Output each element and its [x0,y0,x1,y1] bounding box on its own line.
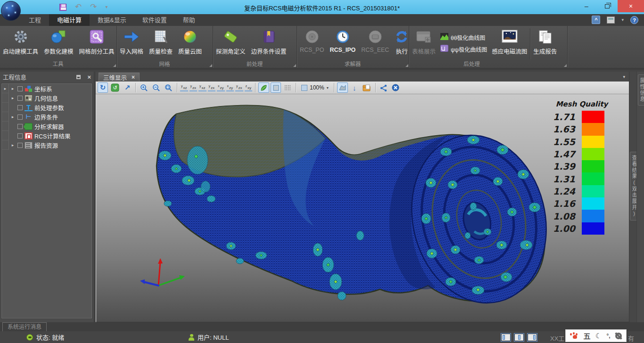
zoom-combo-icon [301,85,307,91]
legend-swatch [582,172,604,185]
axis-view-button-3[interactable]: yxz [198,84,206,91]
launch-modeler-button[interactable]: 启动建模工具 [0,27,41,61]
3d-viewport-canvas[interactable]: Mesh Quality 1.71 1.63 1.55 1.47 1.39 1.… [96,94,629,322]
group-expand-icon[interactable] [113,64,116,67]
ime-punctuation-button[interactable]: °, [606,333,610,339]
sidebar-tab-properties[interactable]: 属性信息 [638,74,644,106]
menu-tab-settings[interactable]: 软件设置 [134,14,175,26]
ime-logo-paw-icon[interactable] [570,332,578,340]
menu-tab-data-display[interactable]: 数据&显示 [90,14,134,26]
axis-view-button-8[interactable]: zxy [245,84,253,91]
import-arrow-icon [124,28,140,45]
checkbox[interactable] [17,96,23,101]
quality-check-button[interactable]: 质量检查 [146,27,175,61]
solver-disc-icon [305,28,319,45]
gear-icon [13,28,28,45]
menu-tab-em-compute[interactable]: 电磁计算 [49,14,90,26]
system-messages-tab[interactable]: 系统运行消息 [2,322,47,331]
reset-view-button[interactable]: ↺ [109,82,121,93]
import-mesh-button[interactable]: 导入网格 [117,27,146,61]
zoom-fit-button[interactable] [163,82,174,93]
solver-port-icon [368,28,382,45]
axis-view-button-7[interactable]: yzx [235,84,243,91]
snapshot-folder-button[interactable] [361,82,372,93]
tree-item-preprocess-params[interactable]: T 前处理参数 [2,103,91,112]
zoom-in-button[interactable] [139,82,149,93]
collapse-ribbon-icon[interactable]: ^ [592,16,600,24]
legend-row: 1.55 [551,136,613,148]
status-bar: 状态: 就绪 用户: NULL XX工 有 五 ☾ °, [0,331,644,343]
quality-cloud-button[interactable]: 质量云图 [175,27,205,61]
zoom-level-combo[interactable]: 100% ▾ [299,82,331,93]
tree-item-rcs-results[interactable]: RCS计算结果 [2,131,91,140]
tree-item-boundary-conditions[interactable]: ▸ ⊢ 边界条件 [2,112,91,122]
skin-dropdown-icon[interactable]: ▾ [621,17,624,22]
tree-item-coordinate-system[interactable]: ▸▸ 坐标系 [2,84,91,93]
share-link-button[interactable] [379,82,389,93]
pin-icon[interactable] [76,75,81,79]
axis-view-button-2[interactable]: yzx [190,84,198,91]
close-button[interactable]: × [618,0,644,12]
group-expand-icon[interactable] [209,64,212,67]
viewport-tab-3d-display[interactable]: 三维显示 × [99,73,140,82]
param-modeling-button[interactable]: 参数化建模 [41,27,76,61]
axis-view-button-1[interactable]: yxz [180,84,188,91]
restore-icon [605,4,610,8]
ime-mode-button[interactable]: 五 [583,331,590,341]
zoom-out-button[interactable] [151,82,162,93]
minimize-button[interactable]: – [576,0,597,12]
tree-item-report-resources[interactable]: ▸ 报告资源 [2,140,91,150]
shaded-mode-button[interactable] [258,82,269,93]
probe-angle-button[interactable]: 探测角定义 [213,27,248,61]
axis-view-button-6[interactable]: xzy [226,84,234,91]
rcs-ipo-button[interactable]: RCS_IPO [327,27,358,61]
axis-view-button-5[interactable]: xzy [217,84,225,91]
save-view-down-button[interactable]: ↓ [349,82,360,93]
tree-item-analysis-solver[interactable]: 分析求解器 [2,122,91,131]
restore-button[interactable] [597,0,618,12]
rcs-po-button[interactable]: RCS_PO [297,27,327,61]
table-show-button[interactable]: 表格展示 [409,27,438,61]
group-expand-icon[interactable] [293,64,296,67]
photo-icon [501,28,518,45]
3d-model[interactable] [96,94,629,322]
status-dot-icon [26,334,33,341]
checkbox[interactable] [17,133,23,139]
tree-item-geometry-info[interactable]: ▸ 几何信息 [2,93,91,103]
fit-screen-button[interactable] [337,82,348,93]
checkbox[interactable] [17,105,23,110]
generate-report-button[interactable]: 生成报告 [530,27,560,61]
layout-middle-icon[interactable] [514,334,524,341]
wireframe-mode-button[interactable] [282,82,293,93]
mesh-tool-button[interactable]: 网格剖分工具 [76,27,117,61]
pan-view-button[interactable]: ↗ [122,82,132,93]
checkbox[interactable] [17,86,23,91]
group-expand-icon[interactable] [564,64,567,67]
ime-settings-gear-icon[interactable] [615,333,622,339]
rcs-eec-button[interactable]: RCS_EEC [358,27,392,61]
menu-tab-project[interactable]: 工程 [21,14,49,26]
checkbox[interactable] [17,143,23,148]
surface-mode-button[interactable] [271,82,281,93]
induced-current-button[interactable]: 感应电磁流图 [489,27,530,61]
group-expand-icon[interactable] [405,64,408,67]
ime-fullhalf-moon-icon[interactable]: ☾ [595,332,602,340]
tab-overflow-icon[interactable]: ▾ [623,74,625,79]
mesh-wrench-icon [89,28,104,45]
checkbox[interactable] [17,114,23,120]
boundary-setting-button[interactable]: 边界条件设置 [248,27,289,61]
skin-style-icon[interactable] [607,16,615,24]
theta-curve-button[interactable]: θθ极化曲线图 [440,33,487,42]
panel-close-icon[interactable]: × [87,74,91,81]
layout-right-icon[interactable] [528,334,537,341]
menu-tab-help[interactable]: 帮助 [175,14,203,26]
layout-left-icon[interactable] [501,334,511,341]
rotate-view-button[interactable]: ↻ [98,82,108,93]
psi-curve-button[interactable]: ψψ极化曲线图 [440,45,487,54]
tab-close-icon[interactable]: × [132,74,135,81]
checkbox[interactable] [17,124,23,129]
help-icon[interactable]: ? [630,16,638,24]
axis-view-button-4[interactable]: yzx [208,84,216,91]
legend-row: 1.39 [551,160,613,172]
close-view-button[interactable] [390,82,401,93]
